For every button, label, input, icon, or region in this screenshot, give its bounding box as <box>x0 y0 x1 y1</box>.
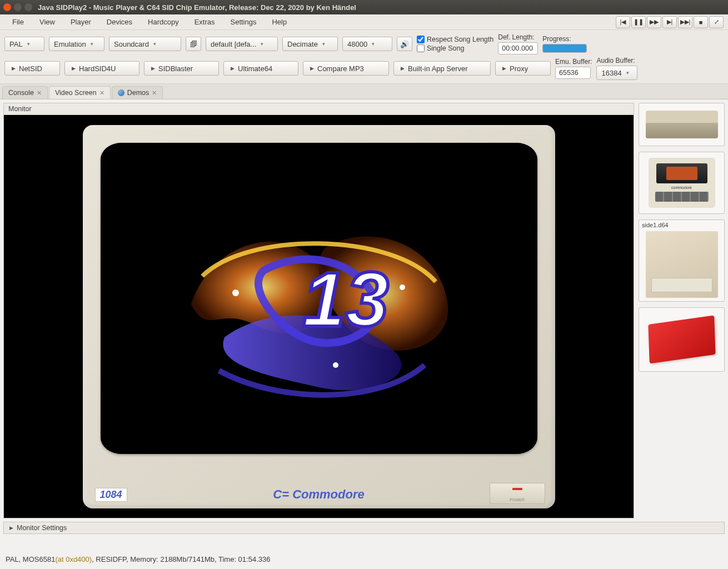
hardsid-button[interactable]: HardSID4U <box>64 61 139 76</box>
emu-buffer-label: Emu. Buffer: <box>555 58 592 66</box>
audio-device-icon[interactable]: 🗐 <box>186 37 201 51</box>
samplerate-combo[interactable]: 48000 <box>342 37 392 51</box>
crt-display-area: 13 1084 C= Commodore POWER <box>4 115 634 518</box>
device-floppy-drive[interactable]: side1.d64 <box>639 219 725 302</box>
globe-icon <box>118 89 124 96</box>
tab-video-screen[interactable]: Video Screen✕ <box>49 86 111 99</box>
tab-demos[interactable]: Demos✕ <box>112 86 163 99</box>
menu-hardcopy[interactable]: Hardcopy <box>140 16 187 28</box>
sidblaster-button[interactable]: SIDBlaster <box>144 61 219 76</box>
window-minimize-button[interactable] <box>14 3 22 11</box>
monitor-settings-expander[interactable]: Monitor Settings <box>3 522 725 534</box>
disk-filename-label: side1.d64 <box>642 222 669 228</box>
skip-forward-button[interactable]: ▶| <box>662 16 677 28</box>
demo-render: 13 <box>117 159 521 437</box>
audio-buffer-label: Audio Buffer: <box>596 57 637 64</box>
app-server-button[interactable]: Built-in App Server <box>393 61 491 76</box>
close-icon[interactable]: ✕ <box>37 89 42 97</box>
monitor-header: Monitor <box>4 103 634 115</box>
netsid-button[interactable]: NetSID <box>4 61 60 76</box>
window-maximize-button[interactable] <box>24 3 32 11</box>
tabbar: Console✕ Video Screen✕ Demos✕ <box>0 84 728 99</box>
monitor-power-panel: POWER <box>490 483 545 504</box>
window-close-button[interactable] <box>3 3 11 11</box>
next-track-button[interactable]: ▶▶| <box>678 16 692 28</box>
audio-buffer-combo[interactable]: 16384 <box>596 66 637 80</box>
menu-player[interactable]: Player <box>63 16 99 28</box>
menubar: File View Player Devices Hardcopy Extras… <box>0 14 728 30</box>
menu-settings[interactable]: Settings <box>223 16 265 28</box>
audio-output-combo[interactable]: Soundcard <box>109 37 181 51</box>
menu-file[interactable]: File <box>4 16 32 28</box>
device-sidebar: commodore side1.d64 <box>639 103 725 518</box>
window-title: Java SIDPlay2 - Music Player & C64 SID C… <box>38 3 356 12</box>
device-c64-keyboard[interactable] <box>639 103 725 146</box>
pause-button[interactable]: ❚❚ <box>631 16 646 28</box>
engine-combo[interactable]: Emulation <box>49 37 104 51</box>
close-icon[interactable]: ✕ <box>99 89 104 97</box>
device-cartridge[interactable] <box>639 307 725 372</box>
stop-button[interactable]: ■ <box>694 16 708 28</box>
menu-extras[interactable]: Extras <box>187 16 223 28</box>
menu-devices[interactable]: Devices <box>99 16 140 28</box>
sampling-combo[interactable]: Decimate <box>282 37 338 51</box>
single-song-checkbox[interactable]: Single Song <box>417 44 493 52</box>
def-length-label: Def. Length: <box>498 33 538 41</box>
respect-songlength-checkbox[interactable]: Respect Song Length <box>417 36 493 43</box>
video-panel: Monitor 13 <box>3 103 634 518</box>
proxy-button[interactable]: Proxy <box>495 61 551 76</box>
device-datasette[interactable]: commodore <box>639 152 725 214</box>
progress-bar <box>542 44 587 53</box>
crt-screen: 13 <box>101 143 537 454</box>
svg-point-2 <box>400 284 405 290</box>
tab-console[interactable]: Console✕ <box>2 86 48 99</box>
progress-label: Progress: <box>542 35 587 43</box>
ultimate64-button[interactable]: Ultimate64 <box>223 61 298 76</box>
compare-mp3-button[interactable]: Compare MP3 <box>303 61 389 76</box>
monitor-model-badge: 1084 <box>95 488 127 502</box>
speaker-icon[interactable]: 🔊 <box>397 37 412 51</box>
titlebar: Java SIDPlay2 - Music Player & C64 SID C… <box>0 0 728 14</box>
video-standard-combo[interactable]: PAL <box>4 37 44 51</box>
monitor-brand-label: C= Commodore <box>273 487 364 502</box>
menu-view[interactable]: View <box>32 16 63 28</box>
def-length-input[interactable]: 00:00.000 <box>498 42 538 54</box>
toolbar: PAL Emulation Soundcard 🗐 default [defa.… <box>0 30 728 84</box>
fast-forward-button[interactable]: ▶▶ <box>647 16 661 28</box>
close-icon[interactable]: ✕ <box>152 89 157 97</box>
fullscreen-button[interactable]: ⤢ <box>709 16 724 28</box>
svg-text:13: 13 <box>302 256 389 343</box>
menu-help[interactable]: Help <box>264 16 295 28</box>
skip-back-button[interactable]: |◀ <box>616 16 630 28</box>
svg-point-3 <box>333 362 338 368</box>
svg-point-1 <box>232 290 239 296</box>
crt-monitor-bezel: 13 1084 C= Commodore POWER <box>83 125 555 508</box>
statusbar: PAL, MOS6581(at 0xd400), RESIDFP, Memory… <box>0 552 728 567</box>
audio-device-combo[interactable]: default [defa... <box>206 37 278 51</box>
emu-buffer-input[interactable]: 65536 <box>555 67 591 79</box>
